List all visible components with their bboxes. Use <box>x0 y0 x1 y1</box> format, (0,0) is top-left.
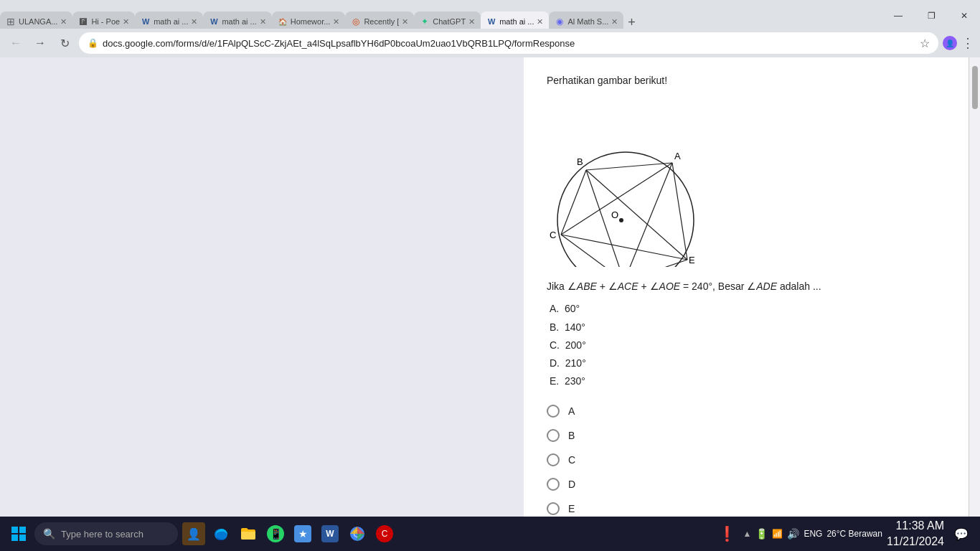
battery-icon[interactable]: 🔋 <box>755 528 768 540</box>
tab-favicon-poe: 🅿 <box>78 17 88 27</box>
taskbar-edge-icon[interactable] <box>208 521 234 547</box>
option-c-value: 200° <box>565 339 586 351</box>
radio-circle-e[interactable] <box>547 502 560 515</box>
date-display: 11/21/2024 <box>887 534 944 550</box>
reload-button[interactable]: ↻ <box>55 33 75 53</box>
volume-icon[interactable]: 🔊 <box>787 528 799 540</box>
tab-ulanga[interactable]: ⊞ ULANGA... ✕ <box>0 11 72 29</box>
tab-label-homework: Homewor... <box>291 17 331 26</box>
windows-logo-icon <box>11 527 26 541</box>
radio-item-e[interactable]: E <box>547 502 946 515</box>
tab-label-math2: math ai ... <box>222 17 256 26</box>
option-d-value: 210° <box>565 357 586 369</box>
line-ab <box>586 163 672 170</box>
radio-circle-b[interactable] <box>547 429 560 442</box>
tab-favicon-math3: W <box>486 17 496 27</box>
option-b: B. 140° <box>547 319 946 336</box>
taskbar-whatsapp-icon[interactable]: 📱 <box>263 521 288 547</box>
center-label: O <box>611 209 618 220</box>
option-a-letter: A. <box>550 303 559 314</box>
tab-close-poe[interactable]: ✕ <box>123 17 129 27</box>
line-bc <box>561 170 586 235</box>
scrollbar-area[interactable] <box>969 57 980 517</box>
svg-rect-0 <box>11 527 18 533</box>
alert-notification-icon[interactable]: ❗ <box>715 521 740 547</box>
svg-rect-3 <box>19 534 26 541</box>
back-button[interactable]: ← <box>6 33 26 53</box>
tab-favicon-math1: W <box>141 17 151 27</box>
radio-circle-d[interactable] <box>547 478 560 491</box>
tab-math2[interactable]: W math ai ... ✕ <box>203 11 271 29</box>
tab-math1[interactable]: W math ai ... ✕ <box>135 11 203 29</box>
maximize-button[interactable]: ❐ <box>915 3 947 29</box>
close-button[interactable]: ✕ <box>948 3 980 29</box>
option-a: A. 60° <box>547 300 946 318</box>
taskbar-word-icon[interactable]: W <box>317 521 343 547</box>
taskbar-pinned-icon[interactable]: ★ <box>290 521 316 547</box>
language-indicator[interactable]: ENG <box>804 529 822 539</box>
tab-close-aimath[interactable]: ✕ <box>611 17 618 27</box>
tab-favicon-chatgpt: ✦ <box>420 17 430 27</box>
tab-homework[interactable]: 🏠 Homewor... ✕ <box>272 11 346 29</box>
tab-close-math2[interactable]: ✕ <box>260 17 266 27</box>
up-arrow-icon[interactable]: ▲ <box>743 529 752 539</box>
forward-button[interactable]: → <box>30 33 50 53</box>
tab-label-math1: math ai ... <box>154 17 188 26</box>
browser-menu-icon[interactable]: ⋮ <box>961 35 974 51</box>
option-d-letter: D. <box>550 357 560 369</box>
tab-recently[interactable]: ◎ Recently [ ✕ <box>345 11 414 29</box>
tab-close-chatgpt[interactable]: ✕ <box>468 17 475 27</box>
tab-math3[interactable]: W math ai ... ✕ <box>481 11 549 29</box>
option-e-letter: E. <box>550 375 559 387</box>
scrollbar-thumb[interactable] <box>972 66 978 109</box>
point-e-label: E <box>689 255 695 265</box>
network-icon[interactable]: 📶 <box>772 529 783 539</box>
security-icon: 🔒 <box>88 38 98 48</box>
radio-item-b[interactable]: B <box>547 429 946 442</box>
tab-label-recently: Recently [ <box>364 17 399 26</box>
radio-item-d[interactable]: D <box>547 478 946 491</box>
tab-poe[interactable]: 🅿 Hi - Poe ✕ <box>72 11 135 29</box>
taskbar-search-icon: 🔍 <box>43 528 55 540</box>
center-point <box>619 218 623 222</box>
radio-item-a[interactable]: A <box>547 405 946 418</box>
option-c-letter: C. <box>550 339 560 351</box>
minimize-button[interactable]: — <box>882 3 914 29</box>
question-text: Jika ∠ABE + ∠ACE + ∠AOE = 240°, Besar ∠A… <box>547 278 946 294</box>
radio-circle-a[interactable] <box>547 405 560 418</box>
edge-browser-icon <box>212 525 230 542</box>
folder-icon <box>240 525 257 542</box>
tab-close-homework[interactable]: ✕ <box>333 17 339 27</box>
tab-aimath[interactable]: ◉ Al Math S... ✕ <box>549 11 623 29</box>
tab-close-recently[interactable]: ✕ <box>402 17 408 27</box>
start-button[interactable] <box>6 521 32 547</box>
option-e-value: 230° <box>565 375 585 387</box>
tab-favicon-aimath: ◉ <box>555 17 565 27</box>
taskbar-chrome-icon[interactable] <box>344 521 370 547</box>
tab-close-math3[interactable]: ✕ <box>537 17 543 27</box>
tab-close-math1[interactable]: ✕ <box>191 17 197 27</box>
radio-circle-c[interactable] <box>547 453 560 466</box>
radio-item-c[interactable]: C <box>547 453 946 466</box>
tab-label-chatgpt: ChatGPT <box>433 17 466 26</box>
option-a-value: 60° <box>565 303 580 314</box>
line-ce <box>561 235 687 260</box>
tab-chatgpt[interactable]: ✦ ChatGPT ✕ <box>414 11 481 29</box>
bookmark-icon[interactable]: ☆ <box>920 37 930 50</box>
taskbar-search-bar[interactable]: 🔍 Type here to search <box>34 522 178 545</box>
profile-icon[interactable]: 👤 <box>943 36 957 50</box>
url-text: docs.google.com/forms/d/e/1FAlpQLScC-Zkj… <box>103 38 915 49</box>
taskbar-user-photo[interactable]: 👤 <box>181 521 207 547</box>
option-e: E. 230° <box>547 372 946 390</box>
url-bar[interactable]: 🔒 docs.google.com/forms/d/e/1FAlpQLScC-Z… <box>79 32 938 54</box>
taskbar-file-explorer-icon[interactable] <box>235 521 261 547</box>
svg-rect-2 <box>11 534 18 541</box>
new-tab-button[interactable]: + <box>623 15 640 29</box>
tab-close-ulanga[interactable]: ✕ <box>60 17 67 27</box>
action-center-icon[interactable]: 💬 <box>948 521 974 547</box>
tab-label-ulanga: ULANGA... <box>19 17 57 26</box>
taskbar-chrome2-icon[interactable]: C <box>372 521 397 547</box>
line-de <box>624 260 687 267</box>
question-instruction: Perhatikan gambar berikut! <box>547 75 946 86</box>
taskbar-time-date[interactable]: 11:38 AM 11/21/2024 <box>887 518 944 550</box>
